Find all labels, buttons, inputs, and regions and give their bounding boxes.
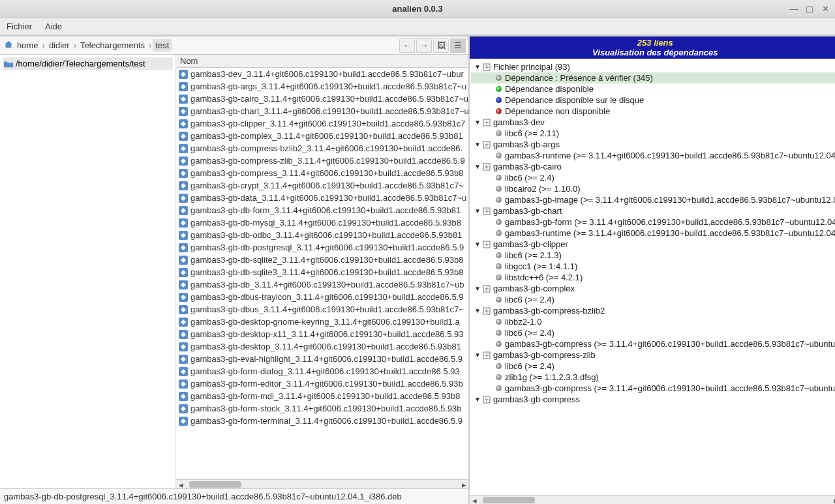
tree-label: gambas3-runtime (>= 3.11.4+git6006.c1991…: [505, 151, 835, 160]
tree-dependency-node[interactable]: libc6 (>= 2.4): [471, 327, 835, 338]
file-row[interactable]: gambas3-gb-db-sqlite2_3.11.4+git6006.c19…: [176, 254, 468, 266]
tree-package-node[interactable]: ▼gambas3-gb-complex: [471, 283, 835, 294]
expander-icon[interactable]: ▼: [474, 241, 481, 248]
tree-label: gambas3-gb-clipper: [493, 239, 568, 249]
tree-dependency-node[interactable]: gambas3-runtime (>= 3.11.4+git6006.c1991…: [471, 228, 835, 239]
expander-icon[interactable]: ▼: [474, 396, 481, 403]
expander-icon[interactable]: ▼: [474, 351, 481, 359]
tree-package-node[interactable]: ▼Fichier principal (93): [471, 61, 835, 72]
tree-dependency-node[interactable]: gambas3-gb-compress (>= 3.11.4+git6006.c…: [471, 383, 835, 394]
tree-package-node[interactable]: ▼gambas3-gb-args: [471, 139, 835, 150]
tree-package-node[interactable]: ▼gambas3-gb-clipper: [471, 239, 835, 250]
file-row[interactable]: gambas3-gb-dbus-trayicon_3.11.4+git6006.…: [176, 291, 468, 303]
file-row[interactable]: gambas3-gb-form-mdi_3.11.4+git6006.c1991…: [176, 390, 468, 402]
tree-dependency-node[interactable]: gambas3-gb-image (>= 3.11.4+git6006.c199…: [471, 194, 835, 205]
maximize-icon[interactable]: ▢: [804, 3, 815, 14]
file-row[interactable]: gambas3-gb-db-sqlite3_3.11.4+git6006.c19…: [176, 266, 468, 278]
tree-dependency-node[interactable]: zlib1g (>= 1:1.2.3.3.dfsg): [471, 372, 835, 383]
tree-package-node[interactable]: ▼gambas3-gb-compress-zlib: [471, 349, 835, 361]
tree-dependency-node[interactable]: Dépendance disponible sur le disque: [471, 95, 835, 106]
back-button[interactable]: ←: [399, 38, 415, 53]
tree-dependency-node[interactable]: Dépendance : Présence à vérifier (345): [471, 72, 835, 83]
tree-label: gambas3-gb-form (>= 3.11.4+git6006.c1991…: [505, 217, 835, 227]
file-row[interactable]: gambas3-gb-db-postgresql_3.11.4+git6006.…: [176, 241, 468, 254]
tree-package-node[interactable]: ▼gambas3-gb-chart: [471, 205, 835, 216]
folder-item[interactable]: /home/didier/Telechargements/test: [3, 57, 173, 70]
tree-package-node[interactable]: ▼gambas3-gb-compress: [471, 394, 835, 405]
tree-dependency-node[interactable]: gambas3-gb-compress (>= 3.11.4+git6006.c…: [471, 338, 835, 349]
file-row[interactable]: gambas3-gb-compress_3.11.4+git6006.c1991…: [176, 167, 468, 179]
file-row[interactable]: gambas3-gb-db-mysql_3.11.4+git6006.c1991…: [176, 216, 468, 229]
tree-dependency-node[interactable]: libc6 (>= 2.11): [471, 128, 835, 139]
tree-dependency-node[interactable]: libc6 (>= 2.4): [471, 361, 835, 372]
file-row[interactable]: gambas3-gb-crypt_3.11.4+git6006.c199130+…: [176, 179, 468, 192]
file-row[interactable]: gambas3-gb-clipper_3.11.4+git6006.c19913…: [176, 117, 468, 130]
menu-file[interactable]: Fichier: [7, 22, 32, 31]
tree-package-node[interactable]: ▼gambas3-gb-compress-bzlib2: [471, 305, 835, 316]
tree-dependency-node[interactable]: libc6 (>= 2.4): [471, 172, 835, 183]
expander-icon[interactable]: ▼: [474, 119, 481, 126]
file-row[interactable]: gambas3-gb-db_3.11.4+git6006.c199130+bui…: [176, 278, 468, 291]
file-row[interactable]: gambas3-gb-dbus_3.11.4+git6006.c199130+b…: [176, 303, 468, 316]
file-row[interactable]: gambas3-gb-form-dialog_3.11.4+git6006.c1…: [176, 365, 468, 378]
tree-dependency-node[interactable]: libstdc++6 (>= 4.2.1): [471, 272, 835, 283]
tree-package-node[interactable]: ▼gambas3-gb-cairo: [471, 161, 835, 172]
expander-icon[interactable]: ▼: [474, 307, 481, 314]
expander-icon[interactable]: ▼: [474, 285, 481, 292]
forward-button[interactable]: →: [416, 38, 432, 53]
tree-dependency-node[interactable]: libcairo2 (>= 1.10.0): [471, 183, 835, 194]
file-row[interactable]: gambas3-gb-compress-bzlib2_3.11.4+git600…: [176, 142, 468, 155]
tree-package-node[interactable]: ▼gambas3-dev: [471, 117, 835, 128]
crumb-test[interactable]: test: [153, 39, 172, 52]
file-row[interactable]: gambas3-gb-desktop-x11_3.11.4+git6006.c1…: [176, 328, 468, 340]
horizontal-scrollbar[interactable]: ◂ ▸: [470, 495, 835, 504]
tree-dependency-node[interactable]: libbz2-1.0: [471, 316, 835, 327]
menu-help[interactable]: Aide: [45, 22, 62, 31]
tree-dependency-node[interactable]: Dépendance disponible: [471, 83, 835, 95]
file-row[interactable]: gambas3-gb-form-terminal_3.11.4+git6006.…: [176, 415, 468, 427]
crumb-didier[interactable]: didier: [46, 39, 72, 52]
file-row[interactable]: gambas3-gb-desktop-gnome-keyring_3.11.4+…: [176, 316, 468, 328]
tree-label: gambas3-gb-compress (>= 3.11.4+git6006.c…: [505, 339, 835, 349]
tree-dependency-node[interactable]: gambas3-runtime (>= 3.11.4+git6006.c1991…: [471, 150, 835, 161]
file-row[interactable]: gambas3-gb-db-form_3.11.4+git6006.c19913…: [176, 204, 468, 216]
expander-icon[interactable]: ▼: [474, 141, 481, 148]
file-row[interactable]: gambas3-gb-form-stock_3.11.4+git6006.c19…: [176, 402, 468, 415]
file-row[interactable]: gambas3-gb-data_3.11.4+git6006.c199130+b…: [176, 192, 468, 204]
horizontal-scrollbar[interactable]: ◂ ▸: [176, 479, 468, 488]
expander-icon[interactable]: ▼: [474, 63, 481, 70]
list-view-button[interactable]: ☰: [450, 38, 466, 53]
minimize-icon[interactable]: —: [788, 3, 800, 14]
crumb-telechargements[interactable]: Telechargements: [78, 39, 147, 52]
tree-dependency-node[interactable]: libc6 (>= 2.1.3): [471, 250, 835, 261]
scroll-left-icon[interactable]: ◂: [470, 496, 479, 504]
scroll-left-icon[interactable]: ◂: [176, 480, 185, 488]
file-row[interactable]: gambas3-gb-desktop_3.11.4+git6006.c19913…: [176, 340, 468, 353]
crumb-home[interactable]: home: [14, 39, 41, 52]
file-row[interactable]: gambas3-gb-db-odbc_3.11.4+git6006.c19913…: [176, 229, 468, 241]
file-row[interactable]: gambas3-gb-chart_3.11.4+git6006.c199130+…: [176, 105, 468, 117]
file-row[interactable]: gambas3-gb-cairo_3.11.4+git6006.c199130+…: [176, 93, 468, 105]
home-icon[interactable]: [4, 40, 13, 51]
file-list[interactable]: gambas3-dev_3.11.4+git6006.c199130+build…: [176, 68, 468, 479]
dependency-tree[interactable]: ▼Fichier principal (93)Dépendance : Prés…: [470, 59, 835, 495]
column-header-nom[interactable]: Nom: [176, 55, 468, 68]
tree-label: gambas3-gb-args: [493, 140, 560, 149]
image-view-button[interactable]: 🖼: [433, 38, 449, 53]
status-dot-icon: [494, 296, 502, 304]
file-row[interactable]: gambas3-gb-complex_3.11.4+git6006.c19913…: [176, 130, 468, 142]
scroll-right-icon[interactable]: ▸: [832, 496, 835, 504]
file-row[interactable]: gambas3-dev_3.11.4+git6006.c199130+build…: [176, 68, 468, 80]
file-row[interactable]: gambas3-gb-eval-highlight_3.11.4+git6006…: [176, 353, 468, 365]
tree-dependency-node[interactable]: Dépendance non disponible: [471, 106, 835, 117]
expander-icon[interactable]: ▼: [474, 163, 481, 170]
close-icon[interactable]: ✕: [819, 3, 831, 14]
tree-dependency-node[interactable]: libgcc1 (>= 1:4.1.1): [471, 261, 835, 272]
scroll-right-icon[interactable]: ▸: [459, 480, 468, 488]
tree-dependency-node[interactable]: libc6 (>= 2.4): [471, 294, 835, 305]
file-row[interactable]: gambas3-gb-args_3.11.4+git6006.c199130+b…: [176, 80, 468, 93]
tree-dependency-node[interactable]: gambas3-gb-form (>= 3.11.4+git6006.c1991…: [471, 216, 835, 228]
file-row[interactable]: gambas3-gb-form-editor_3.11.4+git6006.c1…: [176, 378, 468, 390]
expander-icon[interactable]: ▼: [474, 207, 481, 215]
file-row[interactable]: gambas3-gb-compress-zlib_3.11.4+git6006.…: [176, 155, 468, 167]
